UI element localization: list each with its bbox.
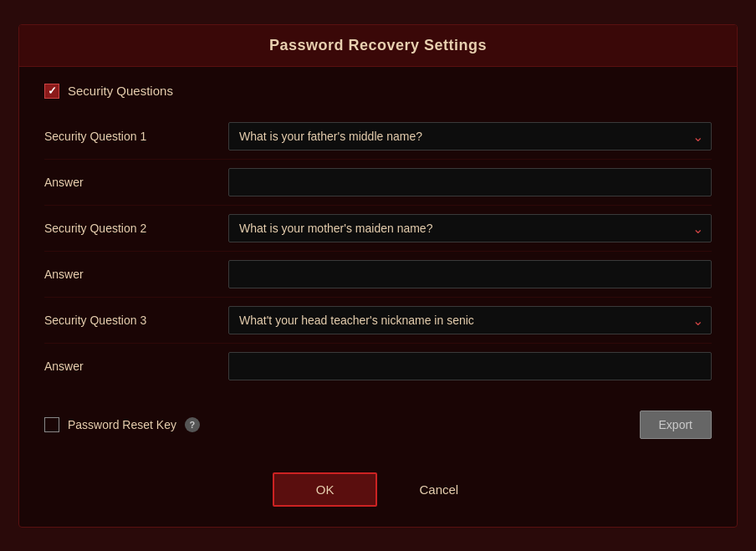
dialog-title: Password Recovery Settings xyxy=(269,37,487,54)
ok-button[interactable]: OK xyxy=(273,472,378,507)
question3-row: Security Question 3 What't your head tea… xyxy=(44,298,712,344)
question1-row: Security Question 1 What is your father'… xyxy=(44,114,712,160)
answer2-row: Answer xyxy=(44,252,712,298)
answer3-input[interactable] xyxy=(228,352,712,380)
answer3-label: Answer xyxy=(44,360,228,373)
answer1-input[interactable] xyxy=(228,168,712,196)
question3-label: Security Question 3 xyxy=(44,314,228,327)
security-questions-label: Security Questions xyxy=(68,84,173,98)
cancel-button[interactable]: Cancel xyxy=(394,472,483,507)
security-questions-checkbox[interactable] xyxy=(44,84,59,99)
dialog-title-bar: Password Recovery Settings xyxy=(19,25,737,67)
question2-select-wrapper: What is your mother's maiden name? What … xyxy=(228,214,712,242)
question3-select[interactable]: What't your head teacher's nickname in s… xyxy=(228,306,712,334)
question1-select[interactable]: What is your father's middle name? What … xyxy=(228,122,712,151)
section-header: Security Questions xyxy=(44,84,712,99)
dialog-body: Security Questions Security Question 1 W… xyxy=(19,67,737,456)
password-reset-key-checkbox[interactable] xyxy=(44,417,59,432)
password-reset-key-label: Password Reset Key xyxy=(68,418,176,431)
question3-select-wrapper: What't your head teacher's nickname in s… xyxy=(228,306,712,334)
question2-row: Security Question 2 What is your mother'… xyxy=(44,206,712,252)
reset-key-wrapper: Password Reset Key ? xyxy=(44,417,640,432)
question2-label: Security Question 2 xyxy=(44,222,228,235)
question2-select[interactable]: What is your mother's maiden name? What … xyxy=(228,214,712,242)
password-recovery-dialog: Password Recovery Settings Security Ques… xyxy=(18,24,738,528)
bottom-section: Password Reset Key ? Export xyxy=(44,402,712,439)
answer1-row: Answer xyxy=(44,160,712,206)
answer2-label: Answer xyxy=(44,268,228,281)
question1-label: Security Question 1 xyxy=(44,130,228,143)
answer2-input[interactable] xyxy=(228,260,712,288)
help-icon[interactable]: ? xyxy=(185,417,200,432)
answer3-row: Answer xyxy=(44,344,712,389)
form-grid: Security Question 1 What is your father'… xyxy=(44,114,712,389)
dialog-footer: OK Cancel xyxy=(19,456,737,527)
security-questions-toggle[interactable]: Security Questions xyxy=(44,84,173,99)
export-button[interactable]: Export xyxy=(640,411,712,439)
answer1-label: Answer xyxy=(44,176,228,189)
question1-select-wrapper: What is your father's middle name? What … xyxy=(228,122,712,151)
